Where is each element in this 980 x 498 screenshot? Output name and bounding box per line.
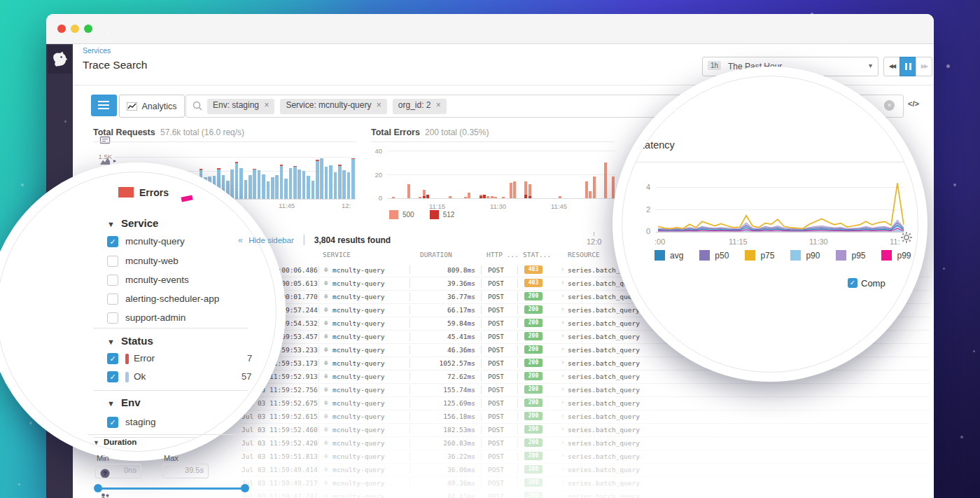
table-row[interactable]: Jul 03 11:59:52.675 ⊕ mcnulty-query 125.… xyxy=(240,396,930,410)
errors-bar-chart[interactable] xyxy=(388,140,617,198)
chevron-right-icon[interactable]: › xyxy=(561,305,565,312)
duration-max-input[interactable]: 39.5s xyxy=(162,464,209,478)
clear-search-icon[interactable]: × xyxy=(884,100,895,111)
chevron-right-icon[interactable]: › xyxy=(561,438,565,445)
duration-slider-handle-min[interactable] xyxy=(94,484,102,492)
facet-service-item-checkbox[interactable]: ✓ xyxy=(107,236,118,247)
table-row[interactable]: Jul 03 11:59:52.756 ⊕ mcnulty-query 155.… xyxy=(240,383,930,397)
cell-resource[interactable]: series.batch_query xyxy=(568,466,640,473)
latency-legend-item[interactable]: p99 xyxy=(881,250,911,261)
facet-service-item-checkbox[interactable] xyxy=(107,275,118,286)
cell-resource[interactable]: series.batch_query xyxy=(568,386,640,394)
table-row[interactable]: Jul 03 11:59:51.813 ⊕ mcnulty-query 36.2… xyxy=(240,450,930,464)
filter-tag[interactable]: org_id: 2 × xyxy=(393,99,447,114)
minimize-button[interactable] xyxy=(71,25,79,33)
chevron-down-icon[interactable]: ▼ xyxy=(107,220,115,228)
chevron-right-icon[interactable]: › xyxy=(561,491,565,498)
chevron-right-icon[interactable]: › xyxy=(561,451,565,459)
chevron-right-icon[interactable]: › xyxy=(561,464,565,472)
chart-settings-gear-icon[interactable] xyxy=(901,232,912,243)
table-row[interactable]: Jul 03 11:59:52.420 ⊕ mcnulty-query 260.… xyxy=(240,436,930,450)
chevron-right-icon[interactable]: › xyxy=(561,278,565,286)
remove-filter-icon[interactable]: × xyxy=(377,100,382,110)
facet-service-item-checkbox[interactable] xyxy=(107,256,118,267)
cell-resource[interactable]: series.batch_query xyxy=(568,333,640,340)
collapse-sidebar-icon[interactable]: « xyxy=(238,235,243,245)
datadog-logo[interactable] xyxy=(48,46,71,74)
cell-resource[interactable]: series.batch_query xyxy=(568,439,640,447)
duration-slider-track[interactable] xyxy=(98,487,246,490)
latency-legend-item[interactable]: p75 xyxy=(745,250,774,261)
table-row[interactable]: Jul 03 11:59:52.615 ⊕ mcnulty-query 156.… xyxy=(240,410,930,424)
facet-duration-title[interactable]: Duration xyxy=(104,438,136,446)
chevron-down-icon[interactable]: ▼ xyxy=(107,399,115,408)
cell-resource[interactable]: series.batch_query xyxy=(568,479,640,487)
latency-line-chart[interactable] xyxy=(657,167,904,233)
chevron-down-icon[interactable]: ▼ xyxy=(107,338,115,346)
duration-slider-handle-max[interactable] xyxy=(241,484,249,492)
table-row[interactable]: Jul 03 11:59:52.460 ⊕ mcnulty-query 182.… xyxy=(240,423,930,437)
cell-resource[interactable]: series.batch_query xyxy=(568,319,640,327)
chevron-right-icon[interactable]: › xyxy=(561,478,565,485)
chevron-right-icon[interactable]: › xyxy=(561,411,565,419)
cell-resource[interactable]: series.batch_query xyxy=(568,306,640,314)
table-row[interactable]: Jul 03 11:59:52.913 ⊕ mcnulty-query 72.6… xyxy=(240,370,930,384)
latency-legend-item[interactable]: avg xyxy=(654,250,683,261)
hide-sidebar-link[interactable]: Hide sidebar xyxy=(248,236,294,244)
analytics-button[interactable]: Analytics xyxy=(119,95,185,118)
close-button[interactable] xyxy=(57,25,66,33)
latency-legend-item[interactable]: p50 xyxy=(699,250,729,261)
remove-filter-icon[interactable]: × xyxy=(264,100,269,110)
table-row[interactable]: Jul 03 11:59:49.217 ⊕ mcnulty-query 49.3… xyxy=(240,476,930,490)
cell-resource[interactable]: series.batch_query xyxy=(568,359,640,367)
errors-legend-item[interactable]: 500 xyxy=(389,210,414,219)
compare-checkbox[interactable]: ✓ xyxy=(848,278,858,288)
chevron-right-icon[interactable]: › xyxy=(561,265,565,272)
chevron-right-icon[interactable]: › xyxy=(561,358,565,366)
facet-status-error-checkbox[interactable]: ✓ xyxy=(107,353,118,364)
list-view-button[interactable] xyxy=(91,95,117,116)
cell-resource[interactable]: series.batch_query xyxy=(568,492,640,498)
col-http[interactable]: HTTP ... xyxy=(486,251,519,258)
chevron-right-icon[interactable]: › xyxy=(561,424,565,432)
chevron-right-icon[interactable]: › xyxy=(561,371,565,379)
filter-tag[interactable]: Service: mcnulty-query × xyxy=(280,99,386,114)
users-icon[interactable] xyxy=(99,492,111,498)
table-row[interactable]: Jul 03 11:59:49.414 ⊕ mcnulty-query 36.0… xyxy=(240,463,930,477)
facet-env-staging-checkbox[interactable]: ✓ xyxy=(107,417,118,428)
chevron-right-icon[interactable]: › xyxy=(561,385,565,392)
pause-button[interactable] xyxy=(899,57,916,76)
cell-resource[interactable]: series.batch_query xyxy=(568,413,640,420)
facet-status-title[interactable]: Status xyxy=(121,335,153,347)
chevron-right-icon[interactable]: › xyxy=(561,345,565,352)
cell-resource[interactable]: series.batch_query xyxy=(568,452,640,460)
code-view-toggle[interactable]: </> xyxy=(908,99,919,108)
col-resource[interactable]: RESOURCE xyxy=(568,251,600,258)
latency-legend-item[interactable]: p95 xyxy=(836,250,865,261)
facet-service-item-checkbox[interactable] xyxy=(107,293,118,305)
cell-resource[interactable]: series.batch_query xyxy=(568,346,640,354)
forward-button[interactable]: ▶▶ xyxy=(916,57,932,76)
cell-resource[interactable]: series.batch_query xyxy=(568,426,640,434)
cell-resource[interactable]: series.batch_query xyxy=(568,399,640,407)
zoom-button[interactable] xyxy=(84,25,92,33)
chevron-right-icon[interactable]: › xyxy=(561,318,565,326)
filter-tag[interactable]: Env: staging × xyxy=(207,99,274,114)
chevron-right-icon[interactable]: › xyxy=(561,398,565,406)
col-status[interactable]: STAT... xyxy=(523,251,551,258)
facet-service-title[interactable]: Service xyxy=(121,217,158,229)
rewind-button[interactable]: ◀◀ xyxy=(883,57,900,76)
facet-service-item-checkbox[interactable] xyxy=(107,312,118,324)
facet-env-title[interactable]: Env xyxy=(121,396,141,408)
errors-legend-item[interactable]: 512 xyxy=(430,210,455,219)
duration-min-input[interactable]: 0ns xyxy=(95,464,141,478)
cell-resource[interactable]: series.batch_query xyxy=(568,373,640,380)
remove-filter-icon[interactable]: × xyxy=(436,100,441,110)
chevron-right-icon[interactable]: › xyxy=(561,331,565,339)
col-service[interactable]: SERVICE xyxy=(323,251,351,258)
breadcrumb[interactable]: Services xyxy=(83,46,111,55)
table-row[interactable]: Jul 03 11:59:47.742 ⊕ mcnulty-query 84.4… xyxy=(240,490,930,498)
col-duration[interactable]: DURATION xyxy=(420,251,452,258)
latency-legend-item[interactable]: p90 xyxy=(790,250,820,261)
chevron-right-icon[interactable]: › xyxy=(561,291,565,299)
